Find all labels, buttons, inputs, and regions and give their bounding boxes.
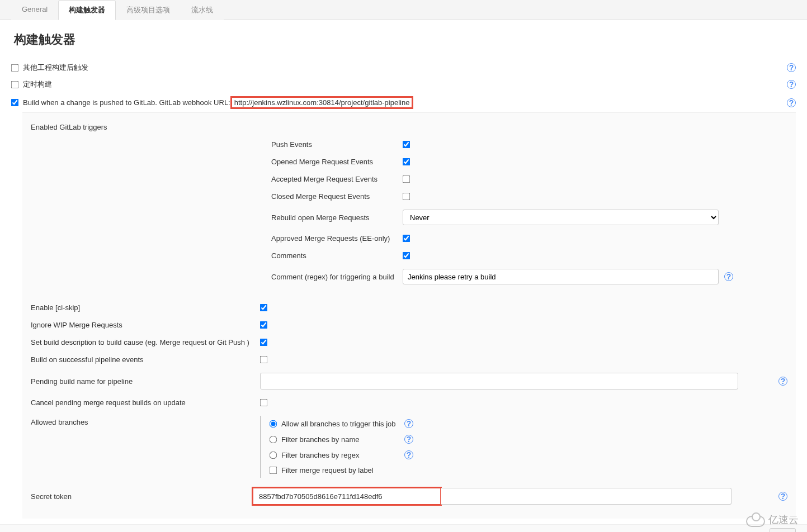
push-events-label: Push Events <box>271 140 403 149</box>
gitlab-trigger-settings: Enabled GitLab triggers Push Events Open… <box>22 112 796 519</box>
comment-regex-label: Comment (regex) for triggering a build <box>271 273 403 281</box>
comments-row: Comments <box>271 247 787 264</box>
approved-mr-checkbox[interactable] <box>403 235 410 243</box>
help-icon[interactable]: ? <box>778 377 787 386</box>
pending-name-input[interactable] <box>260 373 738 390</box>
trigger-after-other-row: 其他工程构建后触发 ? <box>11 59 796 76</box>
help-icon[interactable]: ? <box>724 272 733 281</box>
trigger-timer-row: 定时构建 ? <box>11 76 796 93</box>
trigger-timer-label: 定时构建 <box>23 79 52 89</box>
secret-token-row: Secret token 8857fbd7b70505d8616e711fd14… <box>31 482 787 510</box>
branch-regex-row: Filter branches by regex ? <box>270 447 787 463</box>
generate-button[interactable]: Gen <box>770 528 796 532</box>
gitlab-webhook-url-highlight: http://jenkins.wzlinux.com:30814/project… <box>230 96 414 109</box>
section-title: 构建触发器 <box>14 31 796 48</box>
trigger-after-other-checkbox[interactable] <box>11 64 19 72</box>
branch-name-row: Filter branches by name ? <box>270 431 787 447</box>
branch-label-row: Filter merge request by label <box>270 463 787 478</box>
help-icon[interactable]: ? <box>404 450 413 459</box>
allowed-branches-label: Allowed branches <box>31 416 260 426</box>
tab-build-triggers[interactable]: 构建触发器 <box>58 0 116 20</box>
branch-regex-radio[interactable] <box>270 451 277 459</box>
ignore-wip-row: Ignore WIP Merge Requests <box>31 316 787 334</box>
tab-pipeline[interactable]: 流水线 <box>181 0 224 20</box>
trigger-gitlab-label: Build when a change is pushed to GitLab.… <box>23 96 413 109</box>
opened-mr-checkbox[interactable] <box>403 158 410 166</box>
branch-all-label: Allow all branches to trigger this job <box>281 420 399 428</box>
cancel-pending-checkbox[interactable] <box>260 399 268 407</box>
closed-mr-row: Closed Merge Request Events <box>271 188 787 205</box>
build-success-checkbox[interactable] <box>260 356 268 364</box>
set-desc-row: Set build description to build cause (eg… <box>31 334 787 351</box>
branch-regex-label: Filter branches by regex <box>281 451 399 459</box>
allowed-branches-row: Allowed branches Allow all branches to t… <box>31 411 787 482</box>
comments-label: Comments <box>271 251 403 260</box>
set-desc-checkbox[interactable] <box>260 339 268 346</box>
config-tabs: General 构建触发器 高级项目选项 流水线 <box>0 0 807 20</box>
opened-mr-row: Opened Merge Request Events <box>271 153 787 170</box>
cancel-pending-label: Cancel pending merge request builds on u… <box>31 398 260 407</box>
branch-all-row: Allow all branches to trigger this job ? <box>270 416 787 431</box>
ci-skip-row: Enable [ci-skip] <box>31 299 787 316</box>
pending-name-label: Pending build name for pipeline <box>31 377 260 386</box>
push-events-row: Push Events <box>271 136 787 153</box>
accepted-mr-row: Accepted Merge Request Events <box>271 170 787 188</box>
trigger-gitlab-checkbox[interactable] <box>11 99 19 107</box>
rebuild-mr-label: Rebuild open Merge Requests <box>271 213 403 222</box>
approved-mr-label: Approved Merge Requests (EE-only) <box>271 234 403 243</box>
comment-regex-row: Comment (regex) for triggering a build ? <box>271 264 787 289</box>
branch-label-label: Filter merge request by label <box>281 466 399 474</box>
ci-skip-label: Enable [ci-skip] <box>31 303 260 312</box>
cancel-pending-row: Cancel pending merge request builds on u… <box>31 394 787 411</box>
help-icon[interactable]: ? <box>778 492 787 501</box>
help-icon[interactable]: ? <box>404 419 413 428</box>
allowed-branches-block: Allow all branches to trigger this job ?… <box>260 416 787 478</box>
rebuild-mr-select[interactable]: Never <box>403 210 719 225</box>
trigger-timer-checkbox[interactable] <box>11 80 19 88</box>
trigger-gitlab-row: Build when a change is pushed to GitLab.… <box>11 93 796 112</box>
comments-checkbox[interactable] <box>403 252 410 260</box>
help-icon[interactable]: ? <box>404 435 413 444</box>
branch-name-radio[interactable] <box>270 435 277 443</box>
push-events-checkbox[interactable] <box>403 141 410 149</box>
branch-label-checkbox[interactable] <box>270 467 277 474</box>
secret-token-label: Secret token <box>31 492 252 501</box>
watermark-text: 亿速云 <box>768 513 799 526</box>
pending-name-row: Pending build name for pipeline ? <box>31 368 787 394</box>
ci-skip-checkbox[interactable] <box>260 304 268 312</box>
help-icon[interactable]: ? <box>787 63 796 72</box>
build-success-label: Build on successful pipeline events <box>31 355 260 364</box>
trigger-after-other-label: 其他工程构建后触发 <box>23 63 88 73</box>
secret-token-highlight: 8857fbd7b70505d8616e711fd148edf6 <box>252 487 442 506</box>
watermark: 亿速云 <box>746 513 799 526</box>
build-success-row: Build on successful pipeline events <box>31 351 787 368</box>
help-icon[interactable]: ? <box>787 98 796 107</box>
enabled-triggers-label: Enabled GitLab triggers <box>31 122 271 131</box>
accepted-mr-checkbox[interactable] <box>403 175 410 183</box>
secret-token-value: 8857fbd7b70505d8616e711fd148edf6 <box>259 492 383 501</box>
content-panel: 构建触发器 其他工程构建后触发 ? 定时构建 ? Build when a ch… <box>0 20 807 524</box>
branch-all-radio[interactable] <box>270 420 277 428</box>
accepted-mr-label: Accepted Merge Request Events <box>271 175 403 183</box>
comment-regex-input[interactable] <box>403 269 719 284</box>
enabled-triggers-row: Enabled GitLab triggers <box>31 117 787 136</box>
branch-name-label: Filter branches by name <box>281 435 399 444</box>
set-desc-label: Set build description to build cause (eg… <box>31 338 260 346</box>
tab-general[interactable]: General <box>11 0 58 20</box>
bottom-toolbar: Gen <box>0 524 807 532</box>
secret-token-input-rest[interactable] <box>441 488 732 505</box>
help-icon[interactable]: ? <box>787 80 796 89</box>
tab-advanced-options[interactable]: 高级项目选项 <box>116 0 181 20</box>
opened-mr-label: Opened Merge Request Events <box>271 158 403 166</box>
gitlab-label-prefix: Build when a change is pushed to GitLab.… <box>23 98 230 107</box>
ignore-wip-checkbox[interactable] <box>260 321 268 329</box>
approved-mr-row: Approved Merge Requests (EE-only) <box>271 230 787 247</box>
cloud-icon <box>746 514 765 526</box>
ignore-wip-label: Ignore WIP Merge Requests <box>31 321 260 329</box>
rebuild-mr-row: Rebuild open Merge Requests Never <box>271 205 787 230</box>
closed-mr-checkbox[interactable] <box>403 193 410 201</box>
closed-mr-label: Closed Merge Request Events <box>271 192 403 201</box>
